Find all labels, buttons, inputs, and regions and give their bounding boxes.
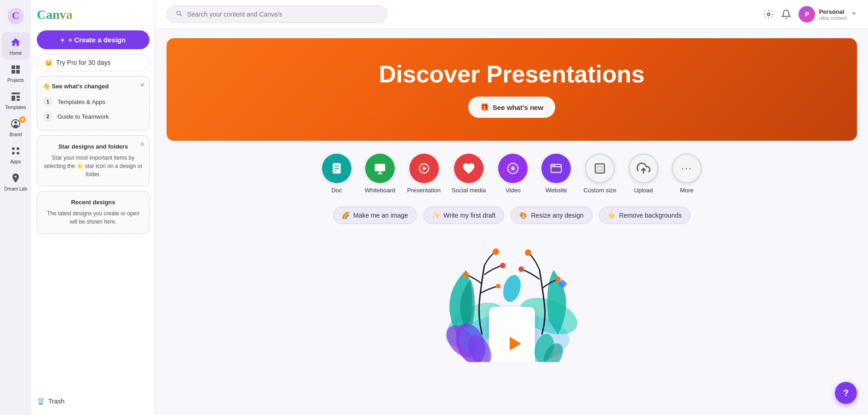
star-card-title: Star designs and folders [43, 143, 144, 150]
nav-item-templates[interactable]: Templates [2, 86, 29, 114]
resize-design-chip[interactable]: 🎨 Resize any design [511, 207, 592, 224]
design-type-video[interactable]: Video [497, 154, 529, 194]
remove-bg-emoji: ⭐ [608, 212, 615, 219]
whiteboard-icon [365, 154, 395, 183]
trash-icon: 🗑️ [37, 398, 45, 405]
action-chips-row: 🌈 Make me an image ✨ Write my first draf… [155, 207, 868, 233]
more-label: More [680, 187, 694, 194]
resize-emoji: 🎨 [519, 212, 527, 219]
canva-logo-text-area: Canva [37, 6, 149, 26]
help-button-label: ? [843, 388, 849, 398]
svg-point-30 [552, 165, 554, 167]
illustration [429, 242, 595, 362]
settings-button[interactable] [764, 9, 774, 19]
whiteboard-label: Whiteboard [365, 187, 395, 194]
nav-item-brand[interactable]: ★ Brand [2, 114, 29, 141]
notifications-button[interactable] [781, 9, 791, 19]
notification-header: 👋 See what's changed [43, 83, 144, 90]
svg-rect-3 [16, 65, 20, 69]
upload-icon [629, 154, 658, 183]
svg-rect-6 [11, 92, 20, 94]
see-new-label: See what's new [493, 104, 543, 111]
nav-label-dreamlab: Dream Lab [4, 186, 27, 191]
write-draft-chip[interactable]: ✨ Write my first draft [423, 207, 504, 224]
notif-num-2: 2 [43, 111, 53, 121]
svg-point-49 [500, 273, 523, 304]
website-label: Website [546, 187, 567, 194]
illustration-area [155, 233, 868, 371]
canva-logo-icon[interactable]: C [7, 7, 24, 25]
notification-close-button[interactable]: × [140, 81, 144, 89]
create-plus-icon: + [61, 36, 65, 44]
svg-rect-7 [11, 96, 15, 101]
see-whats-new-button[interactable]: 🎁 See what's new [468, 97, 555, 118]
home-icon [9, 36, 22, 49]
notification-item-1[interactable]: 1 Templates & Apps [43, 94, 144, 109]
nav-label-brand: Brand [10, 132, 22, 137]
nav-item-dream-lab[interactable]: Dream Lab [2, 168, 29, 195]
svg-point-11 [14, 121, 17, 124]
social-media-icon [454, 154, 483, 183]
design-type-website[interactable]: Website [540, 154, 572, 194]
svg-point-41 [463, 272, 469, 277]
nav-item-home[interactable]: Home [2, 32, 29, 59]
svg-point-45 [555, 277, 561, 282]
canva-logo-area: C [5, 6, 26, 29]
make-image-chip[interactable]: 🌈 Make me an image [333, 207, 417, 224]
nav-item-apps[interactable]: Apps [2, 141, 29, 168]
design-type-upload[interactable]: Upload [627, 154, 660, 194]
trash-button[interactable]: 🗑️ Trash [37, 393, 149, 409]
remove-bg-chip[interactable]: ⭐ Remove backgrounds [599, 207, 690, 224]
search-input[interactable] [187, 11, 379, 18]
create-design-button[interactable]: + + Create a design [37, 30, 149, 49]
design-type-presentation[interactable]: Presentation [407, 154, 441, 194]
svg-point-39 [493, 248, 499, 255]
svg-point-13 [17, 147, 19, 150]
pro-button-label: Try Pro for 30 days [56, 59, 111, 66]
remove-bg-label: Remove backgrounds [619, 212, 682, 219]
search-icon [175, 10, 183, 19]
design-type-social-media[interactable]: Social media [452, 154, 486, 194]
svg-rect-32 [595, 164, 604, 173]
recent-card-title: Recent designs [43, 199, 144, 206]
star-designs-card: × Star designs and folders Star your mos… [37, 135, 149, 186]
notif-text-1: Templates & Apps [57, 98, 105, 105]
hero-banner: Discover Presentations 🎁 See what's new [167, 38, 857, 141]
website-icon [541, 154, 571, 183]
make-image-label: Make me an image [353, 212, 408, 219]
topbar-right: P Personal ultra content [764, 6, 857, 23]
star-card-close-button[interactable]: × [140, 140, 144, 149]
notification-item-2[interactable]: 2 Guide to Teamwork [43, 109, 144, 124]
video-icon [498, 154, 528, 183]
svg-point-42 [496, 284, 500, 288]
nav-item-projects[interactable]: Projects [2, 59, 29, 86]
notification-card: × 👋 See what's changed 1 Templates & App… [37, 76, 149, 131]
design-type-more[interactable]: ··· More [671, 154, 703, 194]
try-pro-button[interactable]: 👑 Try Pro for 30 days [37, 54, 149, 71]
design-type-custom-size[interactable]: Custom size [583, 154, 616, 194]
svg-rect-21 [375, 164, 385, 171]
nav-label-apps: Apps [11, 159, 21, 164]
help-button[interactable]: ? [835, 382, 857, 404]
search-bar[interactable] [167, 6, 387, 23]
trash-label: Trash [48, 398, 64, 405]
topbar: P Personal ultra content [155, 0, 868, 29]
floral-illustration [429, 242, 595, 362]
projects-icon [9, 63, 22, 76]
upload-label: Upload [634, 187, 653, 194]
templates-icon [9, 90, 22, 103]
user-chevron-icon [851, 10, 857, 18]
user-account-button[interactable]: P Personal ultra content [799, 6, 857, 23]
svg-rect-4 [11, 70, 15, 74]
write-draft-emoji: ✨ [432, 212, 440, 219]
design-type-doc[interactable]: Doc [321, 154, 353, 194]
doc-icon [322, 154, 351, 183]
brand-badge: ★ [19, 116, 26, 123]
design-type-whiteboard[interactable]: Whiteboard [364, 154, 396, 194]
svg-rect-8 [17, 96, 20, 98]
resize-label: Resize any design [531, 212, 583, 219]
svg-point-43 [525, 249, 531, 256]
svg-rect-5 [16, 70, 20, 74]
more-icon: ··· [672, 154, 701, 183]
presentation-icon [409, 154, 439, 183]
